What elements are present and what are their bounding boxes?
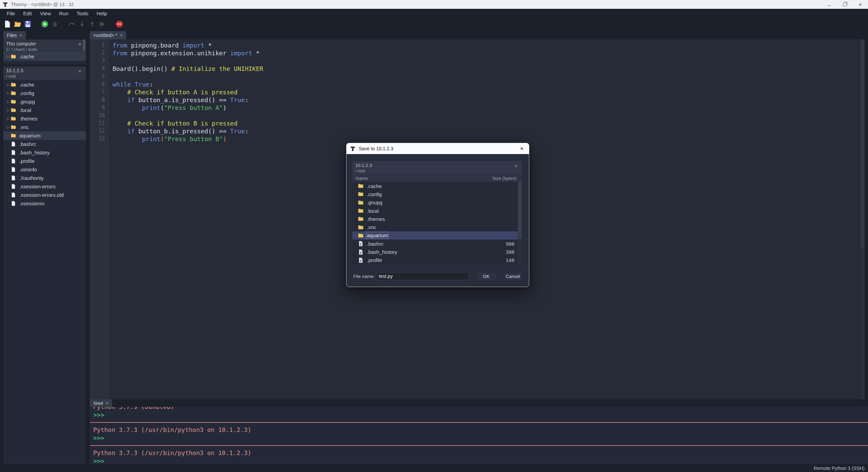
local-files-path: C: \ Users \ kutlu — [3, 46, 86, 52]
expand-chevron-icon[interactable]: ▷ — [6, 117, 11, 120]
tree-item-.cache[interactable]: ▷.cache — [3, 80, 86, 89]
new-file-button[interactable] — [3, 19, 12, 29]
dialog-list-row-aquarium[interactable]: aquarium — [352, 231, 522, 240]
line-number: 8 — [90, 96, 109, 104]
dialog-list-row-.bash_history[interactable]: .bash_history398 — [352, 248, 522, 256]
tab-editor-close-icon[interactable]: × — [120, 33, 123, 38]
tab-files[interactable]: Files × — [3, 31, 26, 39]
dialog-row-label: .bashrc — [367, 241, 383, 247]
dialog-list-row-.local[interactable]: .local — [352, 207, 522, 215]
toolbar — [0, 18, 868, 31]
minimize-button[interactable] — [821, 0, 837, 9]
local-files-header: This computer C: \ Users \ kutlu ≡ — [3, 40, 86, 52]
dialog-row-label: .profile — [367, 257, 382, 263]
dialog-list-row-.cache[interactable]: .cache — [352, 182, 522, 190]
tree-item-.xsession-errors[interactable]: .xsession-errors — [3, 182, 86, 191]
code-line: while True: — [113, 80, 860, 88]
menu-file[interactable]: File — [3, 11, 19, 16]
tree-item-.xsession-errors.old[interactable]: .xsession-errors.old — [3, 191, 86, 199]
tree-item-.Xauthority[interactable]: .Xauthority — [3, 174, 86, 182]
tree-item-.local[interactable]: ▷.local — [3, 106, 86, 114]
menu-view[interactable]: View — [36, 11, 55, 16]
tree-item-.themes[interactable]: ▷.themes — [3, 114, 86, 123]
save-dialog-scrollbar-thumb[interactable] — [518, 182, 521, 239]
tab-shell[interactable]: Shell × — [90, 399, 112, 407]
tab-files-label: Files — [7, 33, 17, 38]
tree-item-.gnupg[interactable]: ▷.gnupg — [3, 97, 86, 106]
tab-editor-untitled[interactable]: <untitled> * × — [90, 31, 126, 39]
backend-status[interactable]: Remote Python 3 (SSH) — [814, 466, 865, 471]
close-button[interactable]: × — [852, 0, 868, 9]
menu-edit[interactable]: Edit — [19, 11, 36, 16]
column-name[interactable]: Name — [352, 176, 368, 181]
folder-icon — [11, 54, 16, 59]
dialog-list-row-.gnupg[interactable]: .gnupg — [352, 199, 522, 207]
tab-files-close-icon[interactable]: × — [20, 33, 22, 38]
remote-files-menu-icon[interactable]: ≡ — [78, 69, 81, 74]
dialog-list-row-.bashrc[interactable]: .bashrc588 — [352, 240, 522, 248]
ok-button[interactable]: OK — [476, 272, 496, 281]
file-icon — [11, 167, 16, 172]
menu-run[interactable]: Run — [55, 11, 73, 16]
expand-chevron-icon[interactable]: ▷ — [6, 83, 11, 87]
file-icon — [11, 175, 16, 181]
column-size[interactable]: Size (bytes) — [492, 176, 522, 181]
restart-separator — [90, 422, 868, 423]
run-script-button[interactable] — [40, 19, 50, 29]
save-dialog-close-icon[interactable]: × — [516, 145, 528, 152]
tree-item-label: .Xauthority — [19, 175, 44, 181]
stop-button[interactable] — [115, 19, 124, 29]
file-name-input[interactable] — [376, 272, 469, 280]
expand-chevron-icon[interactable]: ▷ — [6, 55, 11, 58]
save-dialog-menu-icon[interactable]: ≡ — [515, 164, 517, 168]
tree-item-.bash_history[interactable]: .bash_history — [3, 148, 86, 157]
expand-chevron-icon[interactable]: ▷ — [6, 125, 11, 129]
step-out-icon — [88, 20, 96, 28]
dialog-list-row-.profile[interactable]: .profile148 — [352, 256, 522, 264]
dialog-row-label: .vnc — [367, 224, 376, 230]
debug-script-icon — [51, 20, 59, 28]
tree-item-.cache[interactable]: ▷.cache — [3, 52, 86, 61]
line-number: 2 — [90, 49, 109, 57]
files-panel: This computer C: \ Users \ kutlu ≡ ▷.cac… — [3, 39, 86, 464]
save-file-button[interactable] — [23, 19, 33, 29]
tree-item-.profile[interactable]: .profile — [3, 157, 86, 165]
line-number: 6 — [90, 80, 109, 88]
file-name-label: File name: — [353, 274, 375, 279]
dialog-list-row-.themes[interactable]: .themes — [352, 215, 522, 223]
dialog-list-row-.vnc[interactable]: .vnc — [352, 223, 522, 231]
open-file-button[interactable] — [13, 19, 22, 29]
expand-chevron-icon[interactable]: ▷ — [6, 100, 11, 103]
tree-item-aquarium[interactable]: aquarium — [3, 131, 86, 140]
editor-scrollbar[interactable] — [861, 39, 865, 399]
expand-chevron-icon[interactable]: ▷ — [6, 108, 11, 112]
menubar: FileEditViewRunToolsHelp — [0, 9, 868, 18]
tree-item-.vnc[interactable]: ▷.vnc — [3, 123, 86, 131]
editor-scrollbar-thumb[interactable] — [861, 39, 864, 248]
menu-help[interactable]: Help — [93, 11, 111, 16]
step-into-icon — [78, 20, 86, 28]
local-files-menu-icon[interactable]: ≡ — [78, 42, 81, 47]
run-script-icon — [41, 20, 49, 28]
expand-chevron-icon[interactable]: ▷ — [6, 91, 11, 95]
tab-editor-label: <untitled> * — [93, 33, 117, 38]
tab-shell-close-icon[interactable]: × — [106, 400, 108, 406]
tree-item-.viminfo[interactable]: .viminfo — [3, 165, 86, 174]
shell-output[interactable]: Python 3.7.9 (bundled)>>>Python 3.7.3 (/… — [90, 407, 868, 464]
folder-icon — [358, 208, 364, 214]
tree-item-label: .gnupg — [19, 99, 35, 105]
tree-item-.config[interactable]: ▷.config — [3, 89, 86, 97]
code-line: from pinpong.board import * — [113, 41, 860, 49]
tree-item-label: .xsession-errors — [19, 184, 56, 189]
resume-icon — [98, 20, 106, 28]
tree-item-label: .viminfo — [19, 167, 37, 172]
dialog-list-row-.config[interactable]: .config — [352, 190, 522, 198]
save-dialog-scrollbar[interactable] — [518, 182, 522, 264]
tree-item-.xsessionrc[interactable]: .xsessionrc — [3, 199, 86, 208]
shell-line: Python 3.7.3 (/usr/bin/python3 on 10.1.2… — [93, 449, 868, 457]
local-files-scrollbar-thumb[interactable] — [83, 40, 85, 51]
restore-button[interactable] — [837, 0, 852, 9]
cancel-button[interactable]: Cancel — [503, 272, 522, 281]
tree-item-.bashrc[interactable]: .bashrc — [3, 140, 86, 148]
menu-tools[interactable]: Tools — [73, 11, 93, 16]
